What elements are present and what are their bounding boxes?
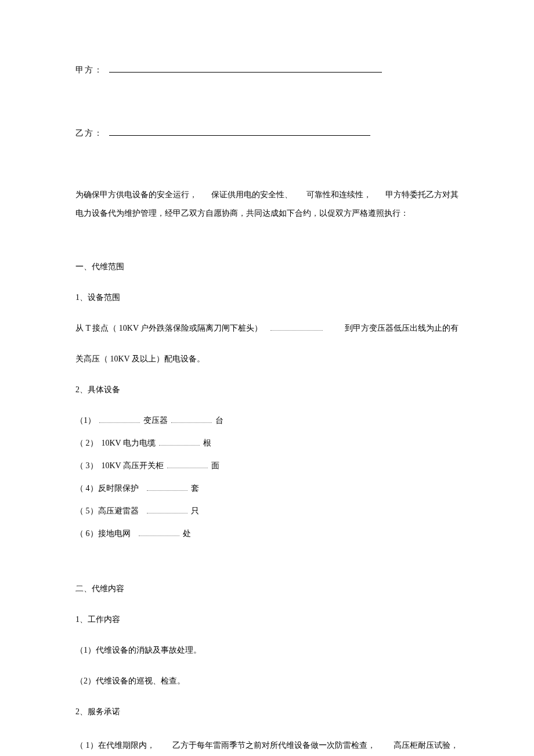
equip-item-5: （ 5） 高压避雷器 只 — [75, 500, 459, 522]
equip-blank — [139, 527, 179, 536]
equip-name: 10KV 电力电缆 — [102, 437, 156, 449]
intro-line-1-seg3: 可靠性和连续性， — [306, 186, 371, 204]
work-item-1: （1）代维设备的消缺及事故处理。 — [75, 639, 459, 661]
promise-line-1-seg1: （ 1）在代维期限内， — [75, 736, 155, 755]
scope-text-a: 从 T 接点（ 10KV 户外跌落保险或隔离刀闸下桩头） — [75, 322, 262, 334]
work-item-2: （2）代维设备的巡视、检查。 — [75, 670, 459, 692]
equip-blank — [167, 460, 208, 468]
equip-item-6: （ 6） 接地电网 处 — [75, 522, 459, 545]
equip-blank — [147, 482, 187, 491]
section-1-p2: 2、具体设备 — [75, 378, 459, 401]
equip-unit: 只 — [191, 505, 199, 517]
equip-name: 反时限保护 — [98, 482, 139, 494]
section-2-p1: 1、工作内容 — [75, 608, 459, 631]
equip-prefix: （ 4） — [75, 482, 98, 494]
equip-unit: 套 — [191, 482, 199, 494]
equip-blank-2 — [171, 414, 212, 423]
party-b-line: 乙方： — [75, 127, 459, 139]
spacer — [75, 545, 459, 569]
promise-line-1: （ 1）在代维期限内， 乙方于每年雷雨季节之前对所代维设备做一次防雷检查， 高压… — [75, 731, 459, 756]
intro-line-1-seg2: 保证供用电的安全性、 — [211, 186, 293, 204]
scope-line-2: 关高压（ 10KV 及以上）配电设备。 — [75, 348, 459, 370]
intro-line-1-seg4: 甲方特委托乙方对其 — [385, 186, 459, 204]
scope-text-b: 到甲方变压器低压出线为止的有 — [345, 322, 459, 334]
intro-line-1: 为确保甲方供电设备的安全运行， 保证供用电的安全性、 可靠性和连续性， 甲方特委… — [75, 186, 459, 204]
equip-item-3: （ 3） 10KV 高压开关柜 面 — [75, 454, 459, 477]
equip-prefix: （ 2） — [75, 437, 98, 449]
section-1-p1: 1、设备范围 — [75, 286, 459, 309]
section-2-p2: 2、服务承诺 — [75, 700, 459, 723]
party-b-label: 乙方： — [75, 127, 103, 139]
equip-name: 变压器 — [143, 414, 168, 426]
equip-name: 10KV 高压开关柜 — [102, 460, 164, 472]
document-page: 甲方： 乙方： 为确保甲方供电设备的安全运行， 保证供用电的安全性、 可靠性和连… — [0, 0, 534, 756]
equip-unit: 处 — [183, 527, 191, 540]
spacer — [75, 223, 459, 247]
equip-prefix: （ 6） — [75, 527, 98, 540]
equip-item-2: （ 2） 10KV 电力电缆 根 — [75, 432, 459, 454]
section-1-title: 一、代维范围 — [75, 255, 459, 278]
equip-prefix: （1） — [75, 414, 96, 426]
intro-line-1-seg1: 为确保甲方供电设备的安全运行， — [75, 186, 197, 204]
section-2-title: 二、代维内容 — [75, 577, 459, 600]
party-a-blank — [109, 64, 382, 73]
equip-item-4: （ 4） 反时限保护 套 — [75, 477, 459, 500]
equip-item-1: （1） 变压器 台 — [75, 409, 459, 432]
party-a-label: 甲方： — [75, 64, 103, 76]
equip-prefix: （ 5） — [75, 505, 98, 517]
equip-blank — [159, 437, 200, 446]
intro-line-2: 电力设备代为维护管理，经甲乙双方自愿协商，共同达成如下合约，以促双方严格遵照执行… — [75, 204, 459, 223]
party-a-line: 甲方： — [75, 64, 459, 76]
equip-blank — [99, 414, 140, 423]
party-b-blank — [109, 127, 370, 136]
scope-line-1: 从 T 接点（ 10KV 户外跌落保险或隔离刀闸下桩头） 到甲方变压器低压出线为… — [75, 317, 459, 339]
equip-unit: 台 — [215, 414, 223, 426]
equip-name: 接地电网 — [98, 527, 131, 540]
promise-line-1-seg3: 高压柜耐压试验， — [394, 736, 459, 755]
equip-name: 高压避雷器 — [98, 505, 139, 517]
equip-blank — [147, 505, 187, 513]
equip-unit: 面 — [211, 460, 219, 472]
promise-line-1-seg2: 乙方于每年雷雨季节之前对所代维设备做一次防雷检查， — [172, 736, 376, 755]
equip-prefix: （ 3） — [75, 460, 98, 472]
scope-blank — [270, 322, 323, 331]
spacer — [75, 76, 459, 127]
equip-unit: 根 — [203, 437, 211, 449]
spacer — [75, 139, 459, 186]
